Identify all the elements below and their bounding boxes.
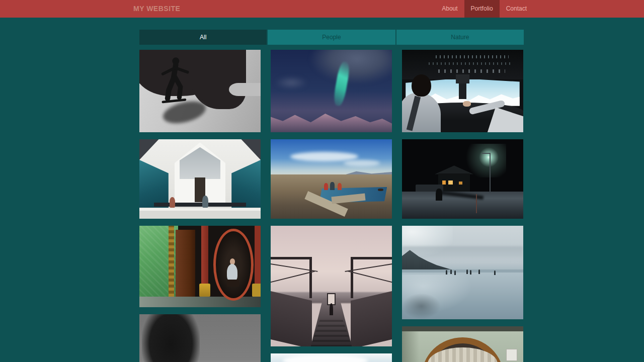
cockpit-lights-art bbox=[436, 55, 509, 58]
photo-gallery bbox=[139, 50, 524, 362]
temple-wood-door-art bbox=[176, 230, 195, 297]
photo-cockpit[interactable] bbox=[402, 50, 523, 132]
bridge-right-deck-art bbox=[351, 291, 392, 346]
photo-mosque-arch[interactable] bbox=[139, 139, 261, 219]
temple-floor-art bbox=[139, 297, 261, 307]
beach-person-art bbox=[446, 270, 447, 275]
skate-bowl-edge-art bbox=[190, 50, 246, 109]
photo-temple-hall[interactable] bbox=[139, 226, 261, 307]
beach-person-art bbox=[494, 270, 496, 275]
desert-person-art bbox=[330, 182, 334, 190]
temple-seated-person-art bbox=[227, 264, 238, 281]
temple-gold-base-art bbox=[199, 284, 210, 297]
filter-tabs: All People Nature bbox=[139, 30, 524, 45]
mosque-bench-art bbox=[154, 203, 246, 207]
bridge-person-art bbox=[330, 303, 333, 315]
mosque-teal-tiles-art bbox=[139, 160, 169, 208]
temple-red-column-art bbox=[255, 226, 261, 288]
pilot-hand-art bbox=[463, 101, 471, 107]
skater-silhouette-art bbox=[154, 56, 198, 109]
photo-footbridge[interactable] bbox=[271, 226, 392, 346]
gallery-column-2 bbox=[271, 50, 392, 362]
photo-snow-night[interactable] bbox=[402, 139, 523, 219]
beach-person-art bbox=[470, 270, 471, 275]
arch-wall-shade-art bbox=[402, 331, 419, 362]
nav-about[interactable]: About bbox=[435, 0, 464, 18]
house-window-art bbox=[442, 180, 446, 185]
temple-red-column-art bbox=[201, 226, 208, 288]
filter-tab-all[interactable]: All bbox=[139, 30, 267, 45]
aurora-mountains-art bbox=[271, 108, 392, 132]
photo-desert-pool[interactable] bbox=[271, 139, 392, 219]
mosque-person-art bbox=[170, 197, 175, 208]
clouds-puff-art bbox=[283, 354, 368, 362]
mosque-muqarnas-art bbox=[180, 147, 221, 179]
beach-person-art bbox=[478, 269, 480, 274]
desert-cloud-art bbox=[344, 160, 380, 166]
cockpit-instrument-art bbox=[456, 74, 469, 83]
mosque-corner-art bbox=[139, 139, 159, 160]
mosque-base-art bbox=[139, 211, 261, 219]
lamp-pole-art bbox=[490, 153, 491, 195]
pilot-head-art bbox=[412, 74, 431, 97]
house-window-art bbox=[459, 182, 462, 185]
photo-skateboarder[interactable] bbox=[139, 50, 261, 132]
bridge-gantry-art bbox=[271, 257, 312, 298]
aurora-cloud-art bbox=[309, 50, 392, 84]
snow-pole-art bbox=[476, 194, 477, 213]
filter-tab-nature[interactable]: Nature bbox=[396, 30, 524, 45]
temple-chair-art bbox=[227, 280, 239, 287]
photo-beach[interactable] bbox=[402, 226, 523, 319]
desert-person-art bbox=[338, 183, 342, 190]
temple-gold-frame-art bbox=[169, 226, 174, 297]
beach-person-art bbox=[466, 269, 468, 274]
desert-person-art bbox=[324, 183, 328, 190]
skate-lip-art bbox=[229, 83, 261, 96]
beach-person-art bbox=[450, 269, 452, 274]
temple-gold-base-art bbox=[252, 284, 261, 297]
portfolio-main: All People Nature bbox=[0, 30, 644, 362]
app-header: MY WEBSITE About Portfolio Contact bbox=[0, 0, 644, 18]
gallery-column-3 bbox=[402, 50, 523, 362]
house-window-art bbox=[448, 180, 453, 185]
main-nav: About Portfolio Contact bbox=[435, 0, 533, 18]
lamp-arm-art bbox=[482, 153, 491, 154]
aurora-cloud-art bbox=[271, 74, 312, 91]
nav-contact[interactable]: Contact bbox=[500, 0, 533, 18]
site-title: MY WEBSITE bbox=[133, 0, 180, 18]
cockpit-lights-art bbox=[429, 62, 511, 65]
landscape-tree-art bbox=[142, 314, 200, 362]
photo-aurora[interactable] bbox=[271, 50, 392, 132]
photo-arch-interior[interactable] bbox=[402, 326, 523, 362]
beach-person-art bbox=[454, 270, 456, 275]
cockpit-lights-art bbox=[438, 69, 505, 73]
nav-portfolio[interactable]: Portfolio bbox=[464, 0, 500, 18]
beach-dark-patch-art bbox=[402, 293, 441, 319]
mosque-teal-tiles-art bbox=[231, 160, 261, 208]
bridge-left-deck-art bbox=[271, 291, 312, 346]
beach-cloud-band-art bbox=[402, 246, 523, 257]
photo-bw-landscape[interactable] bbox=[139, 314, 261, 362]
photo-clouds[interactable] bbox=[271, 353, 392, 362]
mosque-corner-art bbox=[241, 139, 261, 160]
walking-person-art bbox=[436, 189, 442, 201]
filter-tab-people[interactable]: People bbox=[268, 30, 395, 45]
gallery-column-1 bbox=[139, 50, 261, 362]
arch-wall-sign-art bbox=[506, 349, 517, 361]
mosque-person-art bbox=[202, 196, 208, 208]
